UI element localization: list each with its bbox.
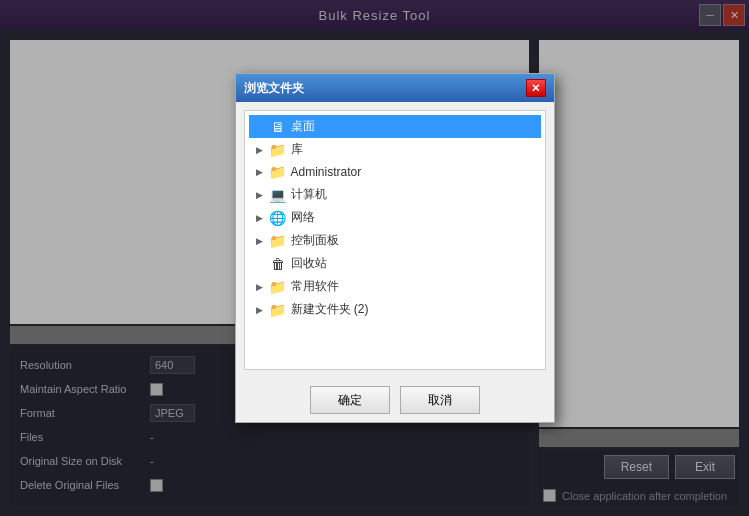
tree-icon-network: 🌐 — [269, 210, 287, 226]
tree-label-recycle: 回收站 — [291, 255, 327, 272]
tree-arrow-network: ▶ — [253, 211, 267, 225]
dialog-footer: 确定 取消 — [236, 378, 554, 422]
tree-arrow-administrator: ▶ — [253, 165, 267, 179]
tree-label-new_folder: 新建文件夹 (2) — [291, 301, 369, 318]
tree-item-recycle[interactable]: 🗑回收站 — [249, 252, 541, 275]
dialog-title-bar: 浏览文件夹 ✕ — [236, 74, 554, 102]
tree-item-network[interactable]: ▶🌐网络 — [249, 206, 541, 229]
browse-folder-dialog: 浏览文件夹 ✕ 🖥桌面▶📁库▶📁Administrator▶💻计算机▶🌐网络▶📁… — [235, 73, 555, 423]
tree-item-library[interactable]: ▶📁库 — [249, 138, 541, 161]
tree-label-library: 库 — [291, 141, 303, 158]
tree-arrow-desktop — [253, 120, 267, 134]
tree-label-control_panel: 控制面板 — [291, 232, 339, 249]
tree-label-common_software: 常用软件 — [291, 278, 339, 295]
tree-icon-desktop: 🖥 — [269, 119, 287, 135]
tree-icon-computer: 💻 — [269, 187, 287, 203]
tree-icon-control_panel: 📁 — [269, 233, 287, 249]
tree-icon-library: 📁 — [269, 142, 287, 158]
dialog-title: 浏览文件夹 — [244, 80, 304, 97]
tree-icon-common_software: 📁 — [269, 279, 287, 295]
tree-item-new_folder[interactable]: ▶📁新建文件夹 (2) — [249, 298, 541, 321]
tree-arrow-common_software: ▶ — [253, 280, 267, 294]
tree-arrow-recycle — [253, 257, 267, 271]
tree-label-desktop: 桌面 — [291, 118, 315, 135]
tree-label-computer: 计算机 — [291, 186, 327, 203]
tree-label-administrator: Administrator — [291, 165, 362, 179]
dialog-close-button[interactable]: ✕ — [526, 79, 546, 97]
tree-item-desktop[interactable]: 🖥桌面 — [249, 115, 541, 138]
tree-item-administrator[interactable]: ▶📁Administrator — [249, 161, 541, 183]
tree-icon-new_folder: 📁 — [269, 302, 287, 318]
tree-arrow-library: ▶ — [253, 143, 267, 157]
tree-item-control_panel[interactable]: ▶📁控制面板 — [249, 229, 541, 252]
dialog-overlay: 浏览文件夹 ✕ 🖥桌面▶📁库▶📁Administrator▶💻计算机▶🌐网络▶📁… — [0, 0, 749, 516]
tree-icon-recycle: 🗑 — [269, 256, 287, 272]
app-window: Bulk Resize Tool ─ ✕ Resolution 640 Main… — [0, 0, 749, 516]
tree-icon-administrator: 📁 — [269, 164, 287, 180]
tree-item-common_software[interactable]: ▶📁常用软件 — [249, 275, 541, 298]
dialog-ok-button[interactable]: 确定 — [310, 386, 390, 414]
tree-arrow-control_panel: ▶ — [253, 234, 267, 248]
tree-arrow-new_folder: ▶ — [253, 303, 267, 317]
tree-label-network: 网络 — [291, 209, 315, 226]
dialog-tree-content: 🖥桌面▶📁库▶📁Administrator▶💻计算机▶🌐网络▶📁控制面板🗑回收站… — [244, 110, 546, 370]
tree-item-computer[interactable]: ▶💻计算机 — [249, 183, 541, 206]
dialog-cancel-button[interactable]: 取消 — [400, 386, 480, 414]
tree-arrow-computer: ▶ — [253, 188, 267, 202]
